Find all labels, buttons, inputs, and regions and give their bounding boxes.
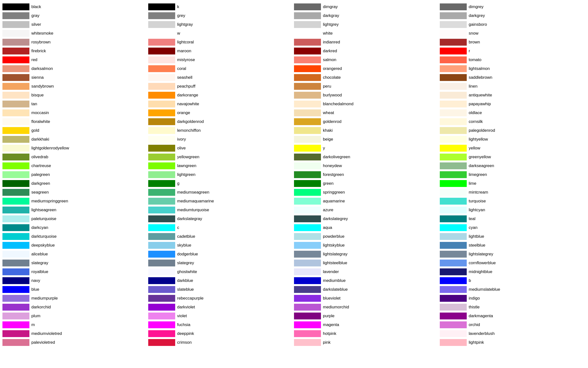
color-row: darkgray (294, 11, 440, 20)
color-row: silver (2, 20, 148, 29)
color-label: salmon (323, 57, 336, 62)
color-swatch (440, 39, 467, 46)
color-row: yellowgreen (148, 153, 294, 161)
color-row: lightslategray (294, 250, 440, 259)
color-row: darkkhaki (2, 135, 148, 144)
color-swatch (440, 154, 467, 160)
color-row: cornflowerblue (440, 259, 586, 267)
color-label: darksalmon (31, 66, 53, 71)
color-label: cadetblue (177, 234, 195, 239)
color-row: mistyrose (148, 55, 294, 64)
color-row: lightseagreen (2, 206, 148, 214)
color-row: aquamarine (294, 197, 440, 206)
color-label: lavenderblush (469, 331, 495, 336)
color-label: m (31, 322, 35, 327)
color-label: dimgrey (469, 4, 483, 9)
color-label: floralwhite (31, 119, 50, 124)
color-row: slateblue (148, 285, 294, 294)
color-swatch (2, 180, 29, 187)
color-swatch (2, 30, 29, 37)
color-row: tomato (440, 55, 586, 64)
color-swatch (294, 304, 321, 311)
color-row: maroon (148, 47, 294, 55)
color-row: g (148, 179, 294, 188)
color-swatch (294, 145, 321, 152)
color-row: blue (2, 285, 148, 294)
color-swatch (2, 101, 29, 107)
color-label: slategray (31, 261, 48, 265)
color-swatch (2, 39, 29, 46)
color-row: slategrey (148, 259, 294, 267)
color-swatch (2, 65, 29, 72)
color-label: darkcyan (31, 225, 48, 230)
color-row: turquoise (440, 197, 586, 206)
color-swatch (440, 268, 467, 275)
color-row: springgreen (294, 188, 440, 197)
color-row: beige (294, 135, 440, 144)
color-swatch (440, 207, 467, 213)
color-label: c (177, 225, 179, 230)
color-row: gold (2, 126, 148, 135)
color-row: paleturquoise (2, 214, 148, 223)
color-label: mediumblue (323, 278, 346, 283)
color-swatch (294, 260, 321, 266)
color-label: dimgray (323, 4, 338, 9)
color-label: mediumseagreen (177, 190, 209, 195)
color-swatch (440, 145, 467, 152)
color-label: palevioletred (31, 340, 55, 345)
color-swatch (440, 21, 467, 28)
color-label: yellowgreen (177, 155, 199, 159)
color-label: lightgreen (177, 172, 196, 177)
color-label: violet (177, 314, 187, 318)
color-row: deepskyblue (2, 241, 148, 250)
color-swatch (2, 154, 29, 160)
color-label: palegoldenrod (469, 128, 495, 133)
color-swatch (148, 286, 175, 293)
color-label: maroon (177, 49, 191, 53)
color-row: indigo (440, 294, 586, 303)
color-label: seashell (177, 75, 192, 80)
color-swatch (440, 136, 467, 143)
color-label: dodgerblue (177, 252, 198, 257)
color-swatch (148, 313, 175, 319)
color-row: deeppink (148, 329, 294, 338)
color-swatch (148, 48, 175, 54)
color-label: seagreen (31, 190, 49, 195)
color-label: darkseagreen (469, 163, 494, 168)
color-label: chartreuse (31, 163, 51, 168)
color-label: sienna (31, 75, 44, 80)
color-row: sandybrown (2, 82, 148, 91)
color-swatch (294, 127, 321, 134)
color-swatch (148, 321, 175, 328)
color-swatch (440, 127, 467, 134)
color-row: mediumvioletred (2, 329, 148, 338)
color-row: lavender (294, 267, 440, 276)
color-label: ghostwhite (177, 269, 197, 274)
color-row: darkgoldenrod (148, 117, 294, 126)
color-swatch (294, 207, 321, 213)
color-label: powderblue (323, 234, 344, 239)
color-label: fuchsia (177, 322, 190, 327)
color-label: cyan (469, 225, 478, 230)
color-swatch (440, 12, 467, 19)
color-row: lightslategrey (440, 250, 586, 259)
color-label: lightgray (177, 22, 193, 27)
color-label: greenyellow (469, 155, 491, 159)
color-swatch (440, 215, 467, 222)
color-row: dimgray (294, 2, 440, 11)
color-swatch (440, 180, 467, 187)
color-swatch (2, 242, 29, 249)
color-label: rosybrown (31, 40, 50, 45)
color-row: lightskyblue (294, 241, 440, 250)
color-label: mediumslateblue (469, 287, 500, 292)
color-label: slategrey (177, 261, 194, 265)
color-row: powderblue (294, 232, 440, 241)
color-label: mintcream (469, 190, 488, 195)
color-swatch (2, 268, 29, 275)
color-swatch (148, 74, 175, 81)
color-swatch (148, 242, 175, 249)
color-swatch (2, 56, 29, 63)
color-row: palegreen (2, 170, 148, 179)
color-label: mediumaquamarine (177, 199, 214, 204)
color-row: slategray (2, 259, 148, 267)
